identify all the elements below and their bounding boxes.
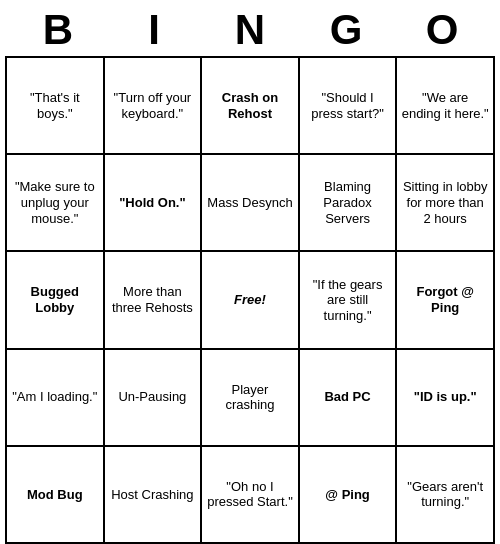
bingo-letter-o: O <box>399 6 485 54</box>
cell-r2-c1: More than three Rehosts <box>104 251 202 348</box>
cell-r3-c2: Player crashing <box>201 349 299 446</box>
cell-r3-c4: "ID is up." <box>396 349 494 446</box>
cell-r1-c1: "Hold On." <box>104 154 202 251</box>
cell-r1-c0: "Make sure to unplug your mouse." <box>6 154 104 251</box>
cell-r1-c4: Sitting in lobby for more than 2 hours <box>396 154 494 251</box>
bingo-letter-n: N <box>207 6 293 54</box>
cell-r2-c3: "If the gears are still turning." <box>299 251 397 348</box>
cell-r4-c1: Host Crashing <box>104 446 202 543</box>
cell-r4-c2: "Oh no I pressed Start." <box>201 446 299 543</box>
bingo-letter-b: B <box>15 6 101 54</box>
cell-r0-c2: Crash on Rehost <box>201 57 299 154</box>
bingo-header: BINGO <box>0 0 500 56</box>
cell-r2-c4: Forgot @ Ping <box>396 251 494 348</box>
cell-r3-c3: Bad PC <box>299 349 397 446</box>
cell-r3-c0: "Am I loading." <box>6 349 104 446</box>
bingo-grid: "That's it boys.""Turn off your keyboard… <box>5 56 495 544</box>
cell-r2-c2: Free! <box>201 251 299 348</box>
cell-r0-c0: "That's it boys." <box>6 57 104 154</box>
cell-r4-c0: Mod Bug <box>6 446 104 543</box>
cell-r0-c3: "Should I press start?" <box>299 57 397 154</box>
cell-r2-c0: Bugged Lobby <box>6 251 104 348</box>
cell-r3-c1: Un-Pausing <box>104 349 202 446</box>
bingo-letter-i: I <box>111 6 197 54</box>
cell-r0-c1: "Turn off your keyboard." <box>104 57 202 154</box>
bingo-letter-g: G <box>303 6 389 54</box>
cell-r4-c4: "Gears aren't turning." <box>396 446 494 543</box>
cell-r0-c4: "We are ending it here." <box>396 57 494 154</box>
cell-r4-c3: @ Ping <box>299 446 397 543</box>
cell-r1-c2: Mass Desynch <box>201 154 299 251</box>
cell-r1-c3: Blaming Paradox Servers <box>299 154 397 251</box>
